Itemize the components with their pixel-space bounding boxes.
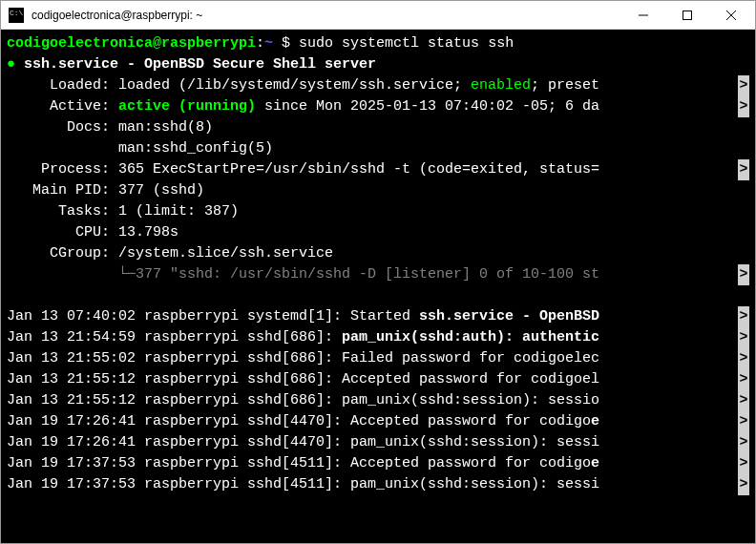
scroll-right-icon[interactable]: > xyxy=(738,474,749,495)
window-controls xyxy=(621,1,753,30)
terminal-body[interactable]: codigoelectronica@raspberrypi:~ $ sudo s… xyxy=(1,30,755,543)
log-line: Jan 13 21:55:12 raspberrypi sshd[686]: A… xyxy=(7,369,749,390)
minimize-button[interactable] xyxy=(621,1,665,30)
scroll-right-icon[interactable]: > xyxy=(738,264,749,285)
close-icon xyxy=(726,10,736,20)
scroll-right-icon[interactable]: > xyxy=(738,306,749,327)
log-line: Jan 19 17:26:41 raspberrypi sshd[4470]: … xyxy=(7,432,749,453)
close-button[interactable] xyxy=(709,1,753,30)
scroll-right-icon[interactable]: > xyxy=(738,411,749,432)
log-line: Jan 19 17:37:53 raspberrypi sshd[4511]: … xyxy=(7,453,749,474)
log-line: Jan 19 17:37:53 raspberrypi sshd[4511]: … xyxy=(7,474,749,495)
active-status: active (running) xyxy=(110,98,256,115)
prompt-line: codigoelectronica@raspberrypi:~ $ sudo s… xyxy=(7,33,749,54)
minimize-icon xyxy=(639,10,648,20)
scroll-right-icon[interactable]: > xyxy=(738,369,749,390)
scroll-right-icon[interactable]: > xyxy=(738,348,749,369)
docs-line-2: man:sshd_config(5) xyxy=(7,138,749,159)
log-line: Jan 19 17:26:41 raspberrypi sshd[4470]: … xyxy=(7,411,749,432)
cpu-line: CPU: 13.798s xyxy=(7,222,749,243)
process-line: Process: 365 ExecStartPre=/usr/sbin/sshd… xyxy=(7,159,749,180)
prompt-sigil: $ xyxy=(273,35,299,52)
enabled-status: enabled xyxy=(471,77,531,94)
prompt-user-host: codigoelectronica@raspberrypi xyxy=(7,35,256,52)
title-bar[interactable]: codigoelectronica@raspberrypi: ~ xyxy=(1,1,755,30)
scroll-right-icon[interactable]: > xyxy=(738,96,749,117)
log-line: Jan 13 07:40:02 raspberrypi systemd[1]: … xyxy=(7,306,749,327)
scroll-right-icon[interactable]: > xyxy=(738,327,749,348)
log-line: Jan 13 21:54:59 raspberrypi sshd[686]: p… xyxy=(7,327,749,348)
scroll-right-icon[interactable]: > xyxy=(738,432,749,453)
mainpid-line: Main PID: 377 (sshd) xyxy=(7,180,749,201)
cgroup-child-line: └─377 "sshd: /usr/sbin/sshd -D [listener… xyxy=(7,264,749,285)
app-window: codigoelectronica@raspberrypi: ~ codigoe… xyxy=(0,0,756,544)
loaded-line: Loaded: loaded (/lib/systemd/system/ssh.… xyxy=(7,75,749,96)
maximize-button[interactable] xyxy=(665,1,709,30)
terminal-icon xyxy=(9,8,24,23)
prompt-path: ~ xyxy=(264,35,273,52)
scroll-right-icon[interactable]: > xyxy=(738,75,749,96)
tasks-line: Tasks: 1 (limit: 387) xyxy=(7,201,749,222)
svg-rect-1 xyxy=(683,10,692,19)
docs-line-1: Docs: man:sshd(8) xyxy=(7,117,749,138)
window-title: codigoelectronica@raspberrypi: ~ xyxy=(32,9,621,22)
status-dot-icon: ● xyxy=(7,56,24,73)
log-line: Jan 13 21:55:12 raspberrypi sshd[686]: p… xyxy=(7,390,749,411)
blank-line xyxy=(7,285,749,306)
maximize-icon xyxy=(682,10,692,20)
active-line: Active: active (running) since Mon 2025-… xyxy=(7,96,749,117)
scroll-right-icon[interactable]: > xyxy=(738,390,749,411)
scroll-right-icon[interactable]: > xyxy=(738,159,749,180)
service-header: ● ssh.service - OpenBSD Secure Shell ser… xyxy=(7,54,749,75)
log-line: Jan 13 21:55:02 raspberrypi sshd[686]: F… xyxy=(7,348,749,369)
scroll-right-icon[interactable]: > xyxy=(738,453,749,474)
command-text: sudo systemctl status ssh xyxy=(299,35,514,52)
cgroup-line: CGroup: /system.slice/ssh.service xyxy=(7,243,749,264)
